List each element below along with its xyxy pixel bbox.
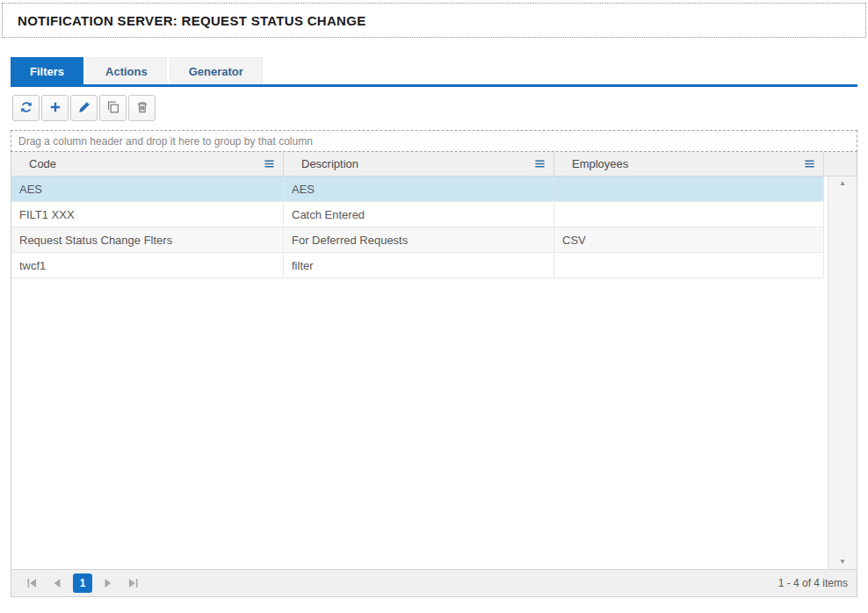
column-header-code[interactable]: Code [11, 152, 284, 176]
column-menu-icon[interactable] [264, 158, 275, 169]
tab-actions[interactable]: Actions [86, 57, 167, 84]
table-row[interactable]: twcf1 filter [11, 253, 824, 278]
cell-code: FILT1 XXX [11, 202, 284, 227]
grid-toolbar [11, 87, 857, 130]
cell-employees [554, 177, 824, 201]
next-page-button[interactable] [98, 573, 118, 593]
page-1-button[interactable]: 1 [73, 573, 92, 593]
cell-description: AES [284, 177, 554, 201]
cell-employees: CSV [554, 227, 824, 252]
edit-button[interactable] [70, 95, 98, 121]
cell-code: twcf1 [11, 253, 284, 278]
add-button[interactable] [41, 95, 69, 121]
refresh-icon [19, 100, 33, 117]
group-drop-zone[interactable]: Drag a column header and drop it here to… [11, 130, 857, 152]
add-icon [48, 100, 62, 117]
grid-body: AES AES FILT1 XXX Catch Entered Request … [11, 177, 857, 569]
tabstrip: Filters Actions Generator [11, 57, 857, 87]
column-menu-icon[interactable] [804, 158, 815, 169]
scroll-down-icon[interactable]: ▼ [839, 559, 846, 566]
edit-icon [77, 100, 91, 117]
delete-icon [135, 100, 149, 117]
table-row[interactable]: AES AES [11, 177, 824, 202]
table-row[interactable]: Request Status Change Flters For Deferre… [11, 227, 824, 253]
copy-button[interactable] [99, 95, 127, 121]
column-title: Employees [572, 157, 628, 170]
cell-code: Request Status Change Flters [11, 227, 284, 252]
tab-filters[interactable]: Filters [11, 57, 83, 84]
cell-description: Catch Entered [284, 202, 554, 227]
header-bar: NOTIFICATION SERVER: REQUEST STATUS CHAN… [2, 3, 866, 38]
vertical-scrollbar[interactable]: ▲ ▼ [828, 177, 857, 569]
column-menu-icon[interactable] [534, 158, 546, 169]
scroll-up-icon[interactable]: ▲ [839, 180, 846, 187]
cell-employees [554, 253, 824, 278]
pager: 1 1 - 4 of 4 items [11, 569, 857, 596]
delete-button[interactable] [128, 95, 156, 121]
grid-header-row: Code Description Employees [11, 152, 857, 177]
column-header-employees[interactable]: Employees [554, 152, 824, 176]
refresh-button[interactable] [12, 95, 40, 121]
first-page-button[interactable] [22, 573, 41, 593]
cell-employees [554, 202, 824, 227]
column-title: Code [29, 157, 56, 170]
page-title: NOTIFICATION SERVER: REQUEST STATUS CHAN… [18, 13, 366, 28]
column-header-description[interactable]: Description [284, 152, 554, 176]
cell-description: For Deferred Requests [284, 227, 554, 252]
copy-icon [106, 100, 120, 117]
data-grid: Code Description Employees [11, 152, 857, 597]
tab-generator[interactable]: Generator [170, 57, 263, 84]
main-content: Filters Actions Generator [11, 57, 857, 597]
column-title: Description [301, 157, 358, 170]
prev-page-button[interactable] [47, 573, 67, 593]
table-row[interactable]: FILT1 XXX Catch Entered [11, 202, 824, 227]
cell-code: AES [11, 177, 284, 201]
header-spacer [824, 152, 857, 176]
last-page-button[interactable] [124, 573, 143, 593]
pager-info: 1 - 4 of 4 items [778, 577, 848, 589]
cell-description: filter [284, 253, 554, 278]
